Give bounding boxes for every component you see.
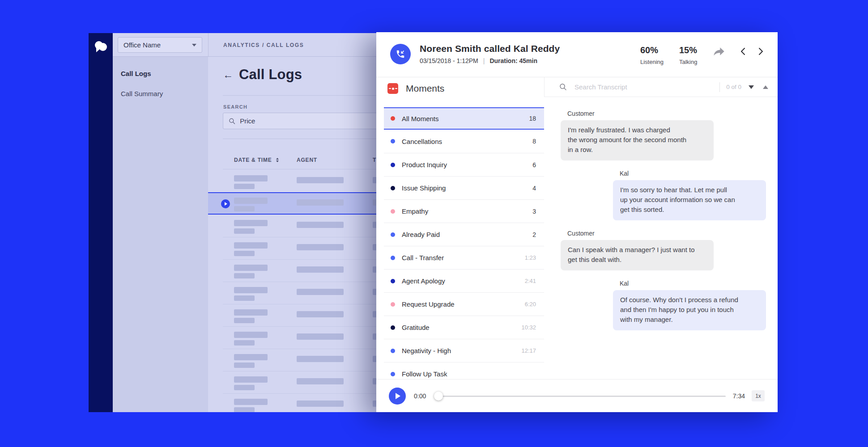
transcript-message: Kal Of course. Why don't I process a ref… (613, 280, 766, 330)
sidebar-item-call-logs[interactable]: Call Logs (113, 70, 208, 77)
moment-dot (391, 279, 395, 283)
message-bubble: Can I speak with a manager? I just want … (561, 240, 714, 270)
next-result-icon[interactable] (749, 85, 754, 89)
table-row[interactable] (208, 304, 376, 326)
search-input[interactable] (240, 117, 376, 125)
table-row[interactable] (208, 170, 376, 192)
message-bubble: I'm really frustrated. I was charged the… (561, 120, 714, 160)
seek-track[interactable] (436, 396, 726, 397)
table-row[interactable] (208, 393, 376, 412)
playback-speed-button[interactable]: 1x (752, 390, 765, 401)
table-row[interactable] (208, 282, 376, 304)
moment-dot (391, 163, 395, 167)
moment-item[interactable]: Already Paid 2 (384, 223, 544, 246)
table-row[interactable] (208, 215, 376, 237)
office-selector[interactable]: Office Name (118, 37, 202, 53)
table-row[interactable] (208, 349, 376, 371)
call-logs-main: ← Call Logs SEARCH DATE & TIME AGENT T (208, 57, 376, 412)
moment-dot (391, 349, 395, 353)
sort-icon[interactable] (276, 158, 279, 162)
column-agent[interactable]: AGENT (297, 157, 317, 163)
table-header-underline (223, 169, 376, 169)
moment-dot (391, 209, 395, 214)
moments-list: All Moments 18 Cancellations 8 Product I… (384, 107, 544, 379)
stat-label: Talking (679, 59, 697, 65)
moment-dot (391, 302, 395, 307)
column-cut: T (373, 157, 376, 163)
moments-icon (387, 83, 398, 94)
moment-dot (391, 232, 395, 237)
call-duration: Duration: 45min (489, 57, 537, 64)
table-row[interactable] (208, 371, 376, 393)
seek-knob[interactable] (434, 392, 443, 401)
moment-item[interactable]: Request Upgrade 6:20 (384, 292, 544, 316)
moment-item[interactable]: Empathy 3 (384, 199, 544, 223)
table-header: DATE & TIME AGENT T (208, 153, 376, 169)
table-row[interactable] (208, 259, 376, 282)
message-bubble: I'm so sorry to hear that. Let me pull u… (613, 180, 766, 220)
audio-player: 0:00 7:34 1x (376, 379, 778, 412)
transcript-panel: 0 of 0 Customer I'm really frustrated. I… (544, 77, 778, 379)
search-result-counter: 0 of 0 (726, 84, 741, 90)
incoming-call-avatar (390, 44, 411, 64)
share-button[interactable] (713, 46, 725, 57)
moment-item[interactable]: Negativity - High 12:17 (384, 339, 544, 362)
call-logs-search[interactable] (223, 113, 376, 129)
table-row[interactable] (208, 237, 376, 259)
stat-value: 60% (640, 45, 664, 55)
play-button[interactable] (389, 388, 406, 405)
moments-panel: Moments All Moments 18 Cancellations 8 P… (376, 77, 544, 379)
page-title: Call Logs (239, 67, 302, 83)
moment-item[interactable]: Agent Apology 2:41 (384, 269, 544, 292)
transcript-message: Customer I'm really frustrated. I was ch… (561, 110, 766, 160)
table-row[interactable] (208, 326, 376, 349)
transcript-messages: Customer I'm really frustrated. I was ch… (544, 97, 778, 340)
office-selector-label: Office Name (123, 41, 192, 49)
search-icon (229, 118, 235, 125)
speaker-label: Kal (620, 280, 766, 287)
share-icon (713, 46, 725, 57)
row-play-button[interactable] (221, 199, 230, 208)
divider (719, 82, 720, 92)
moment-item[interactable]: Call - Transfer 1:23 (384, 246, 544, 269)
window-topbar: Office Name ANALYTICS / CALL LOGS (113, 33, 376, 57)
moment-dot (391, 372, 395, 376)
moment-dot (391, 139, 395, 143)
table-row-selected[interactable] (208, 192, 376, 215)
moment-item[interactable]: Issue Shipping 4 (384, 176, 544, 199)
moment-item-all-moments[interactable]: All Moments 18 (384, 107, 544, 130)
moment-dot (391, 325, 395, 330)
divider (223, 95, 376, 96)
message-bubble: Of course. Why don't I process a refund … (613, 290, 766, 330)
moment-item[interactable]: Gratitude 10:32 (384, 316, 544, 339)
column-date-time[interactable]: DATE & TIME (234, 157, 272, 163)
transcript-search-input[interactable] (574, 83, 719, 91)
chevron-left-icon (739, 47, 748, 56)
stat-talking: 15% Talking (679, 45, 697, 65)
moment-item[interactable]: Cancellations 8 (384, 130, 544, 153)
previous-result-icon[interactable] (763, 85, 768, 89)
speaker-label: Customer (567, 110, 766, 117)
moment-item[interactable]: Follow Up Task (384, 362, 544, 379)
sidebar-item-call-summary[interactable]: Call Summary (113, 90, 208, 97)
moment-dot (391, 186, 395, 190)
moment-dot (391, 116, 395, 121)
transcript-message: Kal I'm so sorry to hear that. Let me pu… (613, 170, 766, 220)
current-time: 0:00 (414, 392, 426, 400)
seek-bar[interactable] (436, 392, 726, 401)
play-icon (225, 202, 227, 206)
play-icon (396, 393, 400, 399)
divider (223, 139, 376, 139)
moment-item[interactable]: Product Inquiry 6 (384, 153, 544, 176)
call-detail-panel: Noreen Smith called Kal Reddy 03/15/2018… (376, 32, 778, 412)
chevron-down-icon (192, 44, 196, 46)
stat-value: 15% (679, 45, 697, 55)
call-datetime: 03/15/2018 - 1:12PM (420, 57, 478, 64)
chevron-right-icon (756, 47, 765, 56)
previous-call-button[interactable] (739, 47, 748, 56)
back-arrow-icon[interactable]: ← (223, 70, 233, 80)
search-label: SEARCH (223, 104, 247, 110)
next-call-button[interactable] (756, 47, 765, 56)
call-title: Noreen Smith called Kal Reddy (420, 43, 560, 54)
dialpad-logo-icon (93, 40, 108, 55)
